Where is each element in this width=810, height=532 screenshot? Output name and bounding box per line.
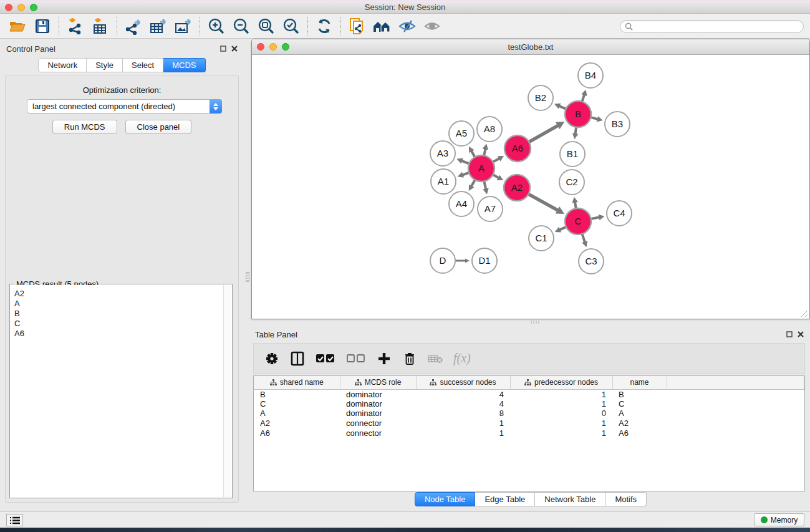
mcds-result-item[interactable]: A6 (14, 329, 223, 339)
table-row[interactable]: Bdominator41B (254, 389, 804, 399)
cell-shared-name[interactable]: A2 (254, 418, 340, 428)
tab-node-table[interactable]: Node Table (415, 492, 476, 506)
table-row[interactable]: A2connector11A2 (254, 418, 804, 428)
cell-successor-nodes[interactable]: 1 (416, 428, 510, 438)
close-window-button[interactable] (5, 4, 12, 11)
import-table-button[interactable] (88, 16, 113, 37)
run-mcds-button[interactable]: Run MCDS (52, 120, 117, 134)
mcds-result-list[interactable]: A2ABCA6 (11, 285, 223, 497)
cell-successor-nodes[interactable]: 4 (416, 399, 510, 409)
table-row[interactable]: A6connector11A6 (254, 428, 804, 438)
network-canvas[interactable]: AA1A2A3A4A5A6A7A8BB1B2B3B4CC1C2C3C4DD1 (253, 56, 809, 318)
select-all-button[interactable] (316, 351, 335, 366)
cell-name[interactable]: A (612, 409, 667, 418)
network-from-selection-button[interactable] (345, 16, 370, 37)
search-field[interactable] (620, 20, 804, 33)
tab-style[interactable]: Style (87, 58, 123, 72)
horizontal-splitter-grip[interactable] (531, 321, 541, 324)
network-graph[interactable]: AA1A2A3A4A5A6A7A8BB1B2B3B4CC1C2C3C4DD1 (253, 56, 809, 318)
column-header-shared-name[interactable]: shared name (254, 376, 340, 389)
open-file-button[interactable] (5, 16, 30, 37)
cell-MCDS-role[interactable]: dominator (340, 389, 416, 399)
network-zoom-button[interactable] (282, 43, 289, 51)
mcds-result-item[interactable]: A (14, 299, 223, 309)
show-all-button[interactable] (420, 16, 445, 37)
cell-name[interactable]: C (612, 399, 667, 409)
task-history-button[interactable] (6, 514, 23, 526)
zoom-fit-button[interactable] (254, 16, 279, 37)
export-table-button[interactable] (146, 16, 171, 37)
mcds-result-item[interactable]: B (14, 309, 223, 319)
network-minimize-button[interactable] (269, 43, 277, 51)
cell-name[interactable]: A2 (612, 418, 667, 428)
node-table[interactable]: shared nameMCDS rolesuccessor nodesprede… (253, 375, 805, 491)
save-session-button[interactable] (30, 16, 55, 37)
close-panel-icon[interactable] (231, 46, 238, 52)
cell-MCDS-role[interactable]: dominator (340, 409, 416, 418)
float-panel-icon[interactable] (220, 46, 226, 52)
cell-successor-nodes[interactable]: 4 (416, 389, 510, 399)
cell-predecessor-nodes[interactable]: 1 (510, 399, 612, 409)
export-network-button[interactable] (121, 16, 146, 37)
tab-mcds[interactable]: MCDS (163, 58, 205, 72)
cell-shared-name[interactable]: A (254, 409, 340, 418)
edge-A6-B[interactable] (528, 125, 558, 142)
tab-select[interactable]: Select (123, 58, 163, 72)
zoom-out-button[interactable] (229, 16, 254, 37)
mcds-result-item[interactable]: A2 (14, 289, 223, 299)
table-row[interactable]: Cdominator41C (254, 399, 804, 409)
memory-button[interactable]: Memory (754, 513, 804, 526)
tab-edge-table[interactable]: Edge Table (475, 492, 535, 506)
zoom-window-button[interactable] (30, 4, 37, 11)
add-column-button[interactable] (377, 351, 392, 366)
edge-C-C4[interactable] (591, 217, 600, 219)
column-header-MCDS-role[interactable]: MCDS role (340, 376, 416, 389)
network-window-titlebar[interactable]: testGlobe.txt (252, 39, 809, 55)
tab-motifs[interactable]: Motifs (605, 492, 647, 506)
optimization-criterion-dropdown[interactable]: largest connected component (directed) (27, 99, 222, 114)
column-header-successor-nodes[interactable]: successor nodes (416, 376, 510, 389)
column-header-predecessor-nodes[interactable]: predecessor nodes (510, 376, 612, 389)
search-input[interactable] (633, 22, 803, 31)
cell-successor-nodes[interactable]: 1 (416, 418, 510, 428)
deselect-all-button[interactable] (346, 351, 366, 366)
delete-column-button[interactable] (402, 351, 417, 366)
mcds-result-item[interactable]: C (14, 319, 223, 329)
first-neighbors-button[interactable] (370, 16, 395, 37)
tab-network-table[interactable]: Network Table (535, 492, 605, 506)
close-panel-icon[interactable] (798, 331, 804, 337)
cell-predecessor-nodes[interactable]: 1 (510, 428, 612, 438)
show-columns-button[interactable] (290, 351, 305, 366)
cell-MCDS-role[interactable]: connector (340, 418, 416, 428)
function-builder-button[interactable]: f(x) (453, 351, 471, 366)
network-close-button[interactable] (257, 43, 264, 51)
cell-predecessor-nodes[interactable]: 1 (510, 418, 612, 428)
cell-predecessor-nodes[interactable]: 1 (510, 389, 612, 399)
cell-predecessor-nodes[interactable]: 0 (510, 409, 612, 418)
zoom-selected-button[interactable] (279, 16, 304, 37)
table-settings-button[interactable] (264, 351, 279, 366)
edge-A2-C[interactable] (528, 194, 558, 211)
column-header-name[interactable]: name (612, 376, 667, 389)
cell-MCDS-role[interactable]: connector (340, 428, 416, 438)
cell-successor-nodes[interactable]: 8 (416, 409, 510, 418)
cell-MCDS-role[interactable]: dominator (340, 399, 416, 409)
edge-C-C3[interactable] (582, 233, 585, 242)
cell-shared-name[interactable]: B (254, 389, 340, 399)
hide-selected-button[interactable] (395, 16, 420, 37)
export-image-button[interactable] (171, 16, 196, 37)
vertical-splitter-grip[interactable] (246, 272, 249, 282)
float-panel-icon[interactable] (786, 331, 793, 337)
cell-name[interactable]: A6 (612, 428, 667, 438)
zoom-in-button[interactable] (204, 16, 229, 37)
minimize-window-button[interactable] (17, 4, 25, 11)
table-row[interactable]: Adominator80A (254, 409, 804, 418)
apply-layout-button[interactable] (312, 16, 337, 37)
cell-shared-name[interactable]: A6 (254, 428, 340, 438)
close-panel-button[interactable]: Close panel (125, 120, 192, 134)
cell-name[interactable]: B (612, 389, 667, 399)
mcds-result-scrollbar[interactable] (223, 285, 231, 497)
tab-network[interactable]: Network (38, 58, 87, 72)
delete-table-button[interactable] (428, 351, 443, 366)
cell-shared-name[interactable]: C (254, 399, 340, 409)
